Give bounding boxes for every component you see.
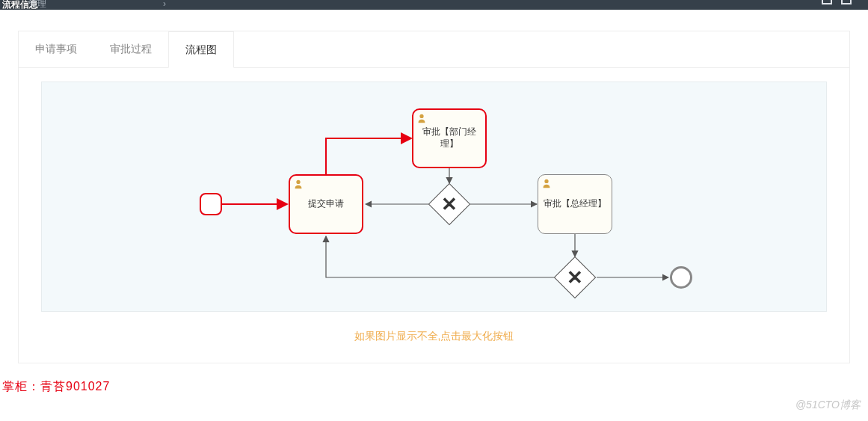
user-icon: [293, 179, 304, 189]
tab-apply-items[interactable]: 申请事项: [19, 31, 93, 67]
task-label: 审批【总经理】: [544, 198, 606, 210]
bpmn-start-event[interactable]: [200, 193, 222, 215]
user-icon: [541, 178, 552, 188]
bpmn-task-dept-manager[interactable]: 审批【部门经理】: [412, 108, 487, 168]
gateway-x-icon: ✕: [441, 194, 458, 214]
gateway-x-icon: ✕: [567, 268, 583, 287]
site-watermark: @51CTO博客: [795, 399, 861, 412]
bpmn-exclusive-gateway-1[interactable]: ✕: [428, 183, 471, 226]
task-label: 审批【部门经理】: [416, 126, 482, 150]
bpmn-task-submit[interactable]: 提交申请: [289, 174, 363, 234]
bpmn-exclusive-gateway-2[interactable]: ✕: [554, 256, 597, 299]
bpmn-end-event[interactable]: [670, 266, 692, 289]
tab-content: 提交申请 审批【部门经理】 ✕ 审批【总经理】: [19, 67, 849, 363]
task-label: 提交申请: [308, 198, 344, 210]
tab-approval-process[interactable]: 审批过程: [93, 31, 168, 67]
tab-flowchart[interactable]: 流程图: [168, 31, 234, 68]
bpmn-diagram-canvas[interactable]: 提交申请 审批【部门经理】 ✕ 审批【总经理】: [41, 82, 827, 312]
owner-watermark: 掌柜：青苔901027: [2, 379, 110, 395]
window-maximize-icon[interactable]: [841, 0, 852, 4]
hint-text: 如果图片显示不全,点击最大化按钮: [41, 330, 827, 343]
user-icon: [416, 113, 427, 123]
chevron-right-icon: ›: [163, 0, 166, 9]
bpmn-task-general-manager[interactable]: 审批【总经理】: [538, 174, 612, 234]
tab-bar: 申请事项 审批过程 流程图: [19, 31, 849, 67]
content-card: 申请事项 审批过程 流程图: [18, 31, 850, 363]
sidebar-submenu-label[interactable]: 管理: [28, 0, 46, 10]
window-minimize-icon[interactable]: [822, 0, 832, 4]
top-bar: 流程信息 管理 ›: [0, 0, 868, 10]
